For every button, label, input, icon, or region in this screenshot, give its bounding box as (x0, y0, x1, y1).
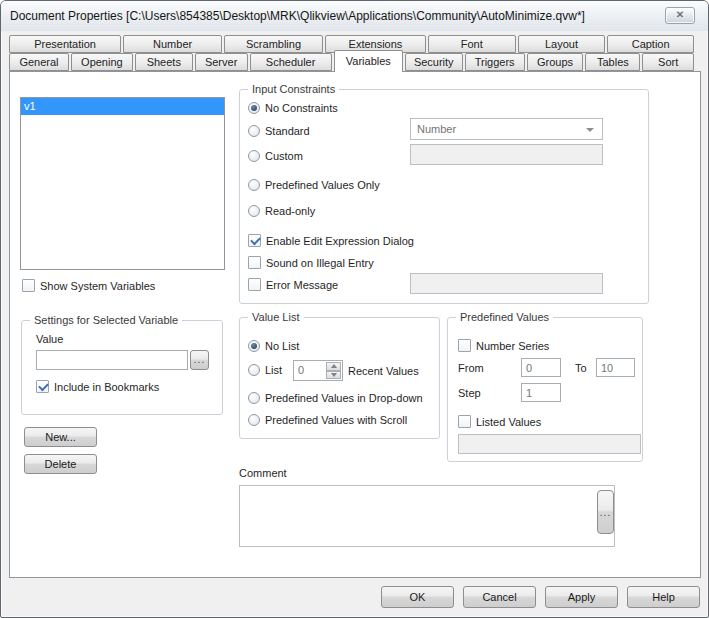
tab-groups[interactable]: Groups (527, 53, 584, 71)
checkbox-box-checked (36, 380, 49, 393)
radio-dot (248, 179, 260, 191)
apply-button[interactable]: Apply (545, 586, 618, 608)
radio-no-constraints[interactable]: No Constraints (248, 102, 338, 114)
to-field[interactable] (596, 358, 635, 377)
radio-dot (248, 340, 260, 352)
radio-dot (248, 150, 260, 162)
radio-dot (248, 205, 260, 217)
delete-button[interactable]: Delete (24, 454, 97, 474)
tab-security[interactable]: Security (405, 53, 463, 71)
to-label: To (575, 362, 587, 374)
list-item-selected[interactable]: v1 (21, 98, 224, 115)
radio-predefined-dropdown[interactable]: Predefined Values in Drop-down (248, 392, 423, 404)
input-constraints-group: Input Constraints No Constraints Standar… (239, 89, 649, 304)
value-browse-button[interactable]: ... (190, 350, 209, 370)
checkbox-box (22, 279, 35, 292)
radio-label: Standard (265, 125, 310, 137)
enable-edit-expression-checkbox[interactable]: Enable Edit Expression Dialog (248, 234, 414, 247)
value-input[interactable] (36, 350, 188, 370)
tab-scheduler[interactable]: Scheduler (250, 53, 332, 71)
sound-on-illegal-entry-checkbox[interactable]: Sound on Illegal Entry (248, 256, 374, 269)
new-button[interactable]: New... (24, 427, 97, 447)
checkbox-label: Error Message (266, 279, 338, 291)
radio-no-list[interactable]: No List (248, 340, 299, 352)
variables-listbox[interactable]: v1 (20, 97, 225, 270)
spinner-value: 0 (298, 364, 304, 376)
tab-layout[interactable]: Layout (518, 35, 606, 53)
radio-standard[interactable]: Standard (248, 125, 310, 137)
ok-button[interactable]: OK (381, 586, 454, 608)
radio-dot (248, 364, 260, 376)
tab-variables-active[interactable]: Variables (334, 50, 403, 72)
tab-server[interactable]: Server (195, 53, 248, 71)
tab-presentation[interactable]: Presentation (9, 35, 121, 53)
include-in-bookmarks-checkbox[interactable]: Include in Bookmarks (36, 380, 159, 393)
checkbox-box (458, 339, 471, 352)
tab-number[interactable]: Number (123, 35, 222, 53)
settings-group-title: Settings for Selected Variable (30, 314, 182, 326)
radio-label: No List (265, 340, 299, 352)
radio-label: Predefined Values Only (265, 179, 380, 191)
listed-values-checkbox[interactable]: Listed Values (458, 415, 541, 428)
checkbox-label: Show System Variables (40, 280, 155, 292)
chevron-down-icon (586, 128, 594, 132)
tab-sheets[interactable]: Sheets (135, 53, 193, 71)
predefined-values-title: Predefined Values (456, 311, 553, 323)
input-constraints-title: Input Constraints (248, 83, 339, 95)
radio-predefined-scroll[interactable]: Predefined Values with Scroll (248, 414, 407, 426)
spinner-up-button[interactable] (326, 362, 341, 371)
radio-label: Predefined Values in Drop-down (265, 392, 423, 404)
checkbox-box (458, 415, 471, 428)
checkbox-label: Number Series (476, 340, 549, 352)
value-label: Value (36, 333, 63, 345)
checkbox-label: Sound on Illegal Entry (266, 257, 374, 269)
settings-group: Settings for Selected Variable Value ...… (21, 320, 223, 415)
checkbox-label: Enable Edit Expression Dialog (266, 235, 414, 247)
radio-label: Custom (265, 150, 303, 162)
comment-textarea[interactable] (239, 485, 615, 547)
checkbox-label: Listed Values (476, 416, 541, 428)
close-button[interactable]: ✕ (665, 7, 695, 24)
recent-values-label: Recent Values (348, 365, 419, 377)
spinner-down-button[interactable] (326, 371, 341, 380)
error-message-checkbox[interactable]: Error Message (248, 278, 338, 291)
number-series-checkbox[interactable]: Number Series (458, 339, 549, 352)
tab-font[interactable]: Font (428, 35, 516, 53)
show-system-variables-checkbox[interactable]: Show System Variables (22, 279, 155, 292)
dropdown-value: Number (417, 123, 456, 135)
checkbox-label: Include in Bookmarks (54, 381, 159, 393)
recent-values-spinner[interactable]: 0 (293, 360, 343, 381)
from-label: From (458, 362, 484, 374)
document-properties-dialog: Document Properties [C:\Users\854385\Des… (0, 0, 709, 618)
step-field[interactable] (521, 383, 561, 402)
standard-format-dropdown[interactable]: Number (410, 118, 603, 140)
cancel-button[interactable]: Cancel (463, 586, 536, 608)
checkbox-box (248, 256, 261, 269)
radio-list[interactable]: List (248, 364, 282, 376)
tab-opening[interactable]: Opening (71, 53, 133, 71)
value-list-group: Value List No List List 0 Recent Values … (239, 317, 440, 439)
error-message-field (410, 273, 603, 294)
triangle-up-icon (331, 364, 337, 368)
tab-scrambling[interactable]: Scrambling (224, 35, 323, 53)
predefined-values-group: Predefined Values Number Series From To … (447, 317, 643, 462)
tab-triggers[interactable]: Triggers (465, 53, 525, 71)
tab-sort[interactable]: Sort (642, 53, 694, 71)
dialog-footer: OK Cancel Apply Help (1, 576, 708, 617)
radio-read-only[interactable]: Read-only (248, 205, 315, 217)
radio-custom[interactable]: Custom (248, 150, 303, 162)
from-field[interactable] (521, 358, 561, 377)
checkbox-box-checked (248, 234, 261, 247)
checkbox-box (248, 278, 261, 291)
help-button[interactable]: Help (627, 586, 700, 608)
tab-general[interactable]: General (9, 53, 69, 71)
tab-tables[interactable]: Tables (585, 53, 640, 71)
radio-dot (248, 102, 260, 114)
radio-label: Read-only (265, 205, 315, 217)
tab-caption[interactable]: Caption (607, 35, 694, 53)
radio-predefined-values-only[interactable]: Predefined Values Only (248, 179, 380, 191)
radio-label: No Constraints (265, 102, 338, 114)
tab-strip-bottom: General Opening Sheets Server Scheduler … (9, 53, 694, 71)
title-bar: Document Properties [C:\Users\854385\Des… (1, 1, 708, 31)
comment-browse-button[interactable]: ... (597, 490, 614, 534)
